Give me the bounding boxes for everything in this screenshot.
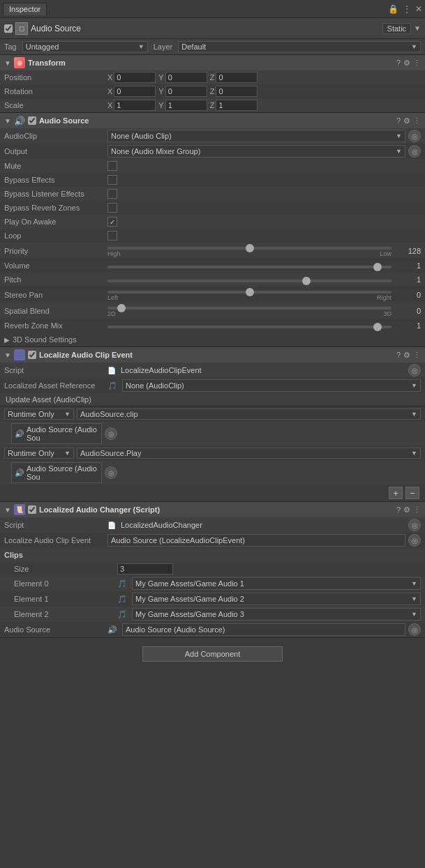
rotation-y-input[interactable]	[165, 86, 207, 97]
asset-ref-dropdown[interactable]: None (AudioClip) ▼	[122, 379, 421, 392]
position-value: X Y Z	[107, 72, 421, 83]
changer-actions: ? ⚙ ⋮	[396, 505, 421, 515]
rotation-label: Rotation	[4, 87, 107, 96]
audio-source-actions: ? ⚙ ⋮	[396, 116, 421, 125]
scale-z-input[interactable]	[216, 100, 258, 111]
lock-icon[interactable]: 🔒	[388, 4, 398, 14]
bypass-effects-label: Bypass Effects	[4, 176, 107, 184]
transform-menu-icon[interactable]: ⋮	[413, 59, 421, 68]
reverb-mix-slider[interactable]	[107, 323, 392, 328]
output-target-btn[interactable]: ◎	[408, 145, 421, 158]
localize-script-icon: 📄	[107, 367, 116, 374]
audio-settings-icon[interactable]: ⚙	[403, 116, 410, 125]
priority-thumb[interactable]	[246, 244, 254, 252]
rotation-z-input[interactable]	[216, 86, 258, 97]
localize-audio-checkbox[interactable]	[28, 351, 36, 359]
element0-value: 🎵 My Game Assets/Game Audio 1 ▼	[117, 577, 421, 590]
changer-audio-source-dropdown[interactable]: Audio Source (Audio Source)	[122, 623, 405, 636]
audio-ref-2-icon: 🔊	[15, 469, 24, 478]
localized-changer-header[interactable]: ▼ 📜 Localized Audio Changer (Script) ? ⚙…	[0, 502, 425, 517]
element2-dropdown[interactable]: My Game Assets/Game Audio 3 ▼	[132, 608, 421, 620]
clips-size-input[interactable]	[117, 563, 173, 574]
rotation-x-input[interactable]	[114, 86, 156, 97]
position-z-input[interactable]	[216, 72, 258, 83]
close-icon[interactable]: ✕	[415, 4, 422, 14]
priority-slider[interactable]: High Low	[107, 244, 392, 257]
element1-dropdown[interactable]: My Game Assets/Game Audio 2 ▼	[132, 593, 421, 605]
audio-help-icon[interactable]: ?	[396, 116, 401, 125]
runtime1-value[interactable]: AudioSource.clip ▼	[77, 409, 421, 420]
localize-script-target-btn[interactable]: ◎	[408, 364, 421, 376]
runtime1-dropdown[interactable]: Runtime Only ▼	[4, 409, 74, 420]
transform-header[interactable]: ▼ ⊕ Transform ? ⚙ ⋮	[0, 55, 425, 70]
scale-y-field: Y	[158, 100, 207, 111]
spatial-blend-thumb[interactable]	[117, 304, 126, 312]
loop-checkbox[interactable]	[107, 231, 117, 241]
position-y-input[interactable]	[165, 72, 207, 83]
changer-audio-source-target-btn[interactable]: ◎	[408, 623, 421, 636]
rotation-y-field: Y	[158, 86, 207, 97]
audio-source-ref-1[interactable]: 🔊 Audio Source (Audio Sou	[11, 423, 102, 444]
reverb-mix-thumb[interactable]	[373, 323, 382, 331]
position-x-input[interactable]	[114, 72, 156, 83]
changer-script-target-btn[interactable]: ◎	[408, 519, 421, 531]
play-on-awake-checkbox[interactable]: ✓	[107, 217, 117, 227]
position-z-label: Z	[210, 73, 215, 82]
bypass-listener-checkbox[interactable]	[107, 189, 117, 199]
stereo-pan-slider[interactable]: Left Right	[107, 288, 392, 301]
changer-settings-icon[interactable]: ⚙	[403, 505, 410, 515]
sound-settings-label: 3D Sound Settings	[13, 335, 77, 344]
audio-source-checkbox[interactable]	[28, 116, 36, 125]
audio-source-header[interactable]: ▼ 🔊 Audio Source ? ⚙ ⋮	[0, 113, 425, 128]
remove-event-btn[interactable]: −	[405, 487, 419, 499]
audio-ref-2-target-btn[interactable]: ◎	[105, 466, 117, 479]
audioclip-dropdown[interactable]: None (Audio Clip) ▼	[107, 130, 405, 142]
changer-menu-icon[interactable]: ⋮	[413, 505, 421, 515]
spatial-blend-slider[interactable]: 2D 3D	[107, 304, 392, 317]
object-active-checkbox[interactable]	[4, 24, 13, 33]
scale-y-input[interactable]	[165, 100, 207, 111]
runtime2-dropdown[interactable]: Runtime Only ▼	[4, 448, 74, 459]
layer-dropdown[interactable]: Default ▼	[178, 41, 421, 52]
transform-settings-icon[interactable]: ⚙	[403, 59, 410, 68]
audio-menu-icon[interactable]: ⋮	[413, 116, 421, 125]
add-event-btn[interactable]: +	[389, 487, 403, 499]
bypass-reverb-checkbox[interactable]	[107, 203, 117, 213]
transform-expand-icon: ▼	[4, 59, 11, 67]
localize-menu-icon[interactable]: ⋮	[413, 351, 421, 360]
element0-dropdown[interactable]: My Game Assets/Game Audio 1 ▼	[132, 577, 421, 590]
tag-dropdown[interactable]: Untagged ▼	[22, 41, 148, 52]
pitch-thumb[interactable]	[302, 277, 311, 285]
volume-slider[interactable]	[107, 263, 392, 268]
localize-help-icon[interactable]: ?	[396, 351, 401, 360]
object-name: Audio Source	[31, 24, 382, 33]
add-component-button[interactable]: Add Component	[142, 646, 283, 662]
changer-localize-event-dropdown[interactable]: Audio Source (LocalizeAudioClipEvent)	[107, 534, 405, 547]
spatial-blend-value: 2D 3D 0	[107, 304, 421, 317]
pitch-slider[interactable]	[107, 277, 392, 282]
element0-label: Element 0	[14, 579, 117, 588]
mute-checkbox[interactable]	[107, 161, 117, 171]
audio-ref-1-target-btn[interactable]: ◎	[105, 427, 117, 440]
changer-checkbox[interactable]	[28, 505, 36, 514]
audio-source-ref-2[interactable]: 🔊 Audio Source (Audio Sou	[11, 462, 102, 483]
menu-icon[interactable]: ⋮	[403, 4, 411, 14]
static-dropdown-arrow[interactable]: ▼	[414, 24, 421, 32]
element0-icon: 🎵	[117, 579, 127, 588]
stereo-pan-thumb[interactable]	[246, 288, 254, 296]
audioclip-target-btn[interactable]: ◎	[408, 130, 421, 142]
rotation-row: Rotation X Y Z	[0, 84, 425, 98]
output-dropdown[interactable]: None (Audio Mixer Group) ▼	[107, 145, 405, 158]
sound-settings-row[interactable]: ▶ 3D Sound Settings	[0, 333, 425, 347]
bypass-effects-checkbox[interactable]	[107, 175, 117, 185]
runtime2-value[interactable]: AudioSource.Play ▼	[77, 448, 421, 459]
transform-help-icon[interactable]: ?	[396, 59, 401, 68]
localize-audio-header[interactable]: ▼ 🎵 Localize Audio Clip Event ? ⚙ ⋮	[0, 347, 425, 363]
volume-thumb[interactable]	[373, 263, 382, 271]
localize-settings-icon[interactable]: ⚙	[403, 351, 410, 360]
scale-x-input[interactable]	[114, 100, 156, 111]
scale-row: Scale X Y Z	[0, 98, 425, 112]
changer-help-icon[interactable]: ?	[396, 505, 401, 515]
inspector-tab[interactable]: Inspector	[3, 3, 47, 15]
changer-localize-event-target-btn[interactable]: ◎	[408, 534, 421, 547]
